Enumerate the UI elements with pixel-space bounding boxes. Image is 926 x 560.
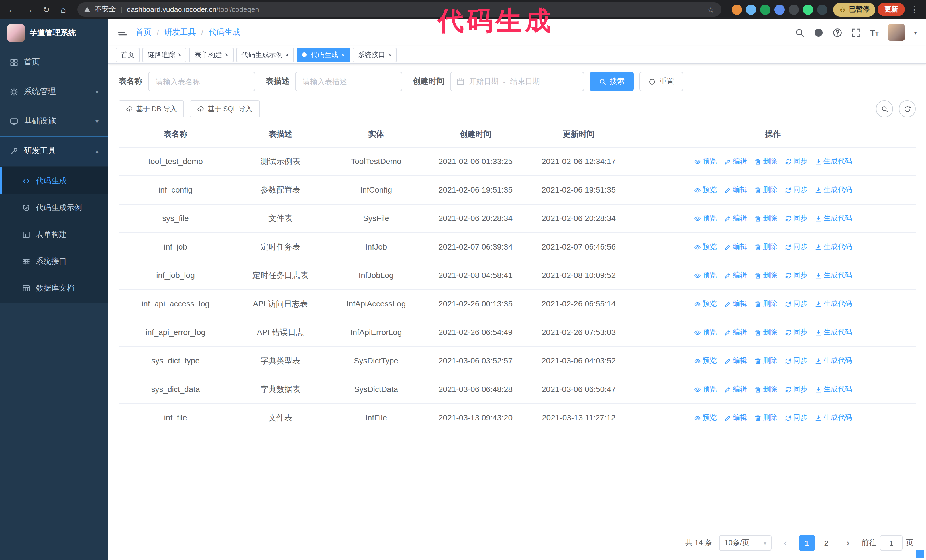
app-logo[interactable]: 芋道管理系统 [0,19,108,47]
tab-item[interactable]: 链路追踪× [142,48,187,62]
sidebar-subitem-tabledoc[interactable]: 数据库文档 [0,275,108,301]
delete-link[interactable]: 删除 [755,412,777,424]
browser-menu-icon[interactable]: ⋮ [907,4,921,15]
generate-code-link[interactable]: 生成代码 [815,355,852,367]
forward-button[interactable]: → [22,2,36,17]
sync-link[interactable]: 同步 [785,383,808,395]
delete-link[interactable]: 删除 [755,241,777,253]
edit-link[interactable]: 编辑 [724,184,747,196]
edit-link[interactable]: 编辑 [724,298,747,310]
fullscreen-icon[interactable] [851,28,861,37]
address-bar[interactable]: 不安全 | dashboard.yudao.iocoder.cn/tool/co… [77,2,721,17]
breadcrumb-item[interactable]: 研发工具 [164,27,196,38]
edit-link[interactable]: 编辑 [724,355,747,367]
generate-code-link[interactable]: 生成代码 [815,213,852,225]
sync-link[interactable]: 同步 [785,269,808,281]
generate-code-link[interactable]: 生成代码 [815,155,852,168]
next-page-button[interactable]: › [841,535,855,551]
tab-item[interactable]: 首页 [116,48,139,62]
sync-link[interactable]: 同步 [785,326,808,338]
sync-link[interactable]: 同步 [785,412,808,424]
sync-link[interactable]: 同步 [785,155,808,168]
table-desc-input[interactable] [295,72,402,91]
chevron-down-icon[interactable]: ▾ [914,29,917,36]
date-range-picker[interactable]: 开始日期 - 结束日期 [450,72,584,91]
delete-link[interactable]: 删除 [755,155,777,168]
back-button[interactable]: ← [5,2,20,17]
table-name-input[interactable] [148,72,255,91]
reset-button[interactable]: 重置 [639,72,683,91]
delete-link[interactable]: 删除 [755,355,777,367]
close-icon[interactable]: × [341,51,345,58]
sidebar-item-dashboard[interactable]: 首页 [0,47,108,77]
preview-link[interactable]: 预览 [694,184,717,196]
delete-link[interactable]: 删除 [755,298,777,310]
sidebar-item-wrench[interactable]: 研发工具▴ [0,136,108,166]
generate-code-link[interactable]: 生成代码 [815,298,852,310]
edit-link[interactable]: 编辑 [724,213,747,225]
ext-drop-icon[interactable] [746,4,756,15]
edit-link[interactable]: 编辑 [724,241,747,253]
sidebar-subitem-shield[interactable]: 代码生成示例 [0,194,108,221]
ext-wallet-icon[interactable] [788,4,799,15]
sidebar-item-gear[interactable]: 系统管理▾ [0,77,108,107]
delete-link[interactable]: 删除 [755,184,777,196]
edit-link[interactable]: 编辑 [724,383,747,395]
breadcrumb-item[interactable]: 首页 [136,27,151,38]
tab-active[interactable]: 代码生成× [297,48,350,62]
tab-item[interactable]: 代码生成示例× [236,48,294,62]
tab-item[interactable]: 表单构建× [189,48,234,62]
sidebar-subitem-sliders[interactable]: 系统接口 [0,248,108,275]
sync-link[interactable]: 同步 [785,355,808,367]
backtop-button[interactable] [916,550,924,558]
generate-code-link[interactable]: 生成代码 [815,184,852,196]
search-icon[interactable] [794,28,804,37]
font-size-icon[interactable]: TT [870,28,879,37]
generate-code-link[interactable]: 生成代码 [815,383,852,395]
edit-link[interactable]: 编辑 [724,326,747,338]
preview-link[interactable]: 预览 [694,213,717,225]
preview-link[interactable]: 预览 [694,241,717,253]
help-icon[interactable] [832,28,842,37]
sidebar-subitem-code[interactable]: 代码生成 [0,168,108,194]
generate-code-link[interactable]: 生成代码 [815,269,852,281]
ext-check-icon[interactable] [760,4,770,15]
generate-code-link[interactable]: 生成代码 [815,412,852,424]
preview-link[interactable]: 预览 [694,412,717,424]
preview-link[interactable]: 预览 [694,269,717,281]
sync-link[interactable]: 同步 [785,298,808,310]
close-icon[interactable]: × [286,51,289,58]
goto-page-input[interactable] [880,535,903,551]
search-button[interactable]: 搜索 [590,72,634,91]
sidebar-item-monitor[interactable]: 基础设施▾ [0,107,108,136]
preview-link[interactable]: 预览 [694,355,717,367]
reload-button[interactable]: ↻ [39,2,54,17]
generate-code-link[interactable]: 生成代码 [815,326,852,338]
edit-link[interactable]: 编辑 [724,269,747,281]
close-icon[interactable]: × [388,51,392,58]
delete-link[interactable]: 删除 [755,326,777,338]
ext-leaf-icon[interactable] [803,4,813,15]
edit-link[interactable]: 编辑 [724,155,747,168]
home-button[interactable]: ⌂ [56,2,71,17]
preview-link[interactable]: 预览 [694,155,717,168]
browser-update-button[interactable]: 更新 [878,3,905,16]
close-icon[interactable]: × [178,51,182,58]
import-sql-button[interactable]: 基于 SQL 导入 [190,100,260,117]
toggle-search-button[interactable] [876,100,893,117]
preview-link[interactable]: 预览 [694,326,717,338]
page-button-2[interactable]: 2 [818,535,834,551]
page-button-1[interactable]: 1 [799,535,815,551]
github-icon[interactable] [814,28,823,37]
sync-link[interactable]: 同步 [785,213,808,225]
breadcrumb-item[interactable]: 代码生成 [209,27,241,38]
sync-link[interactable]: 同步 [785,241,808,253]
refresh-table-button[interactable] [899,100,916,117]
ext-people-icon[interactable] [774,4,784,15]
avatar[interactable] [888,24,905,41]
delete-link[interactable]: 删除 [755,213,777,225]
preview-link[interactable]: 预览 [694,383,717,395]
generate-code-link[interactable]: 生成代码 [815,241,852,253]
bookmark-star-icon[interactable]: ☆ [707,5,714,14]
prev-page-button[interactable]: ‹ [778,535,792,551]
